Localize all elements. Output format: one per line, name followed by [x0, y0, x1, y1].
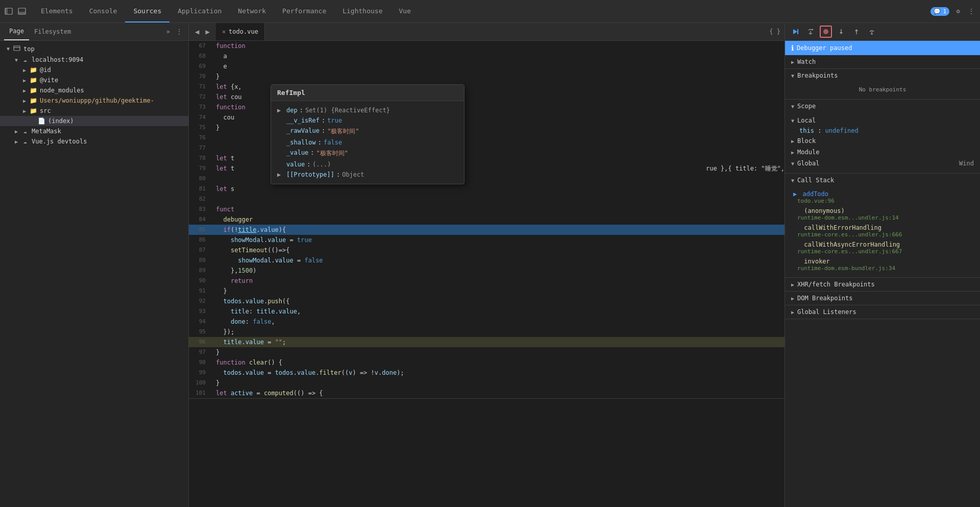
format-icon[interactable]: { }	[769, 28, 780, 35]
tab-lighthouse[interactable]: Lighthouse	[334, 0, 390, 22]
callstack-item-callwith-error[interactable]: callWithErrorHandling runtime-core.es...…	[791, 223, 974, 239]
callstack-fn-addtodo: addTodo	[802, 190, 828, 198]
sidebar-menu-icon[interactable]: ⋮	[174, 28, 184, 35]
dock-bottom-icon[interactable]	[17, 7, 27, 16]
tree-item-metamask[interactable]: ▶ ☁ MetaMask	[0, 126, 188, 136]
settings-icon[interactable]: ⚙	[953, 7, 963, 16]
svg-marker-17	[870, 34, 873, 35]
more-options-icon[interactable]: ⋮	[967, 7, 976, 16]
right-panel-scroll[interactable]: ▶ Watch ▼ Breakpoints No breakpoints ▼ S…	[785, 55, 980, 507]
nav-back-button[interactable]: ◀	[193, 27, 201, 37]
global-listeners-header[interactable]: ▶ Global Listeners	[785, 305, 980, 319]
info-icon: ℹ	[791, 44, 794, 52]
tooltip-expand-dep[interactable]: ▶	[277, 107, 284, 114]
scope-section-header[interactable]: ▼ Scope	[785, 100, 980, 113]
tree-item-localhost[interactable]: ▼ ☁ localhost:9094	[0, 55, 188, 65]
tab-vue[interactable]: Vue	[390, 0, 419, 22]
step-button[interactable]	[866, 26, 878, 38]
deactivate-breakpoints-button[interactable]	[820, 26, 832, 38]
block-scope-header[interactable]: ▶ Block	[791, 135, 974, 147]
tooltip-row-dep[interactable]: ▶ dep : Set(1) {ReactiveEffect}	[277, 105, 458, 115]
feedback-badge[interactable]: 💬 1	[930, 7, 949, 16]
tooltip-row-visref: __v_isRef : true	[277, 115, 458, 126]
callstack-item-addtodo[interactable]: ▶ addTodo todo.vue:96	[791, 189, 974, 206]
breakpoints-section-header[interactable]: ▼ Breakpoints	[785, 69, 980, 82]
tab-console[interactable]: Console	[81, 0, 126, 22]
debugger-paused-banner: ℹ Debugger paused	[785, 41, 980, 55]
callstack-item-callwith-async[interactable]: callWithAsyncErrorHandling runtime-core.…	[791, 239, 974, 256]
tooltip-expand-prototype[interactable]: ▶	[277, 171, 284, 178]
global-arrow-icon: ▼	[791, 161, 794, 166]
svg-rect-6	[797, 29, 798, 34]
sidebar-more-icon[interactable]: »	[164, 28, 172, 35]
horizontal-scrollbar[interactable]	[189, 398, 785, 404]
file-tab-todo[interactable]: ✕ todo.vue	[216, 23, 265, 40]
tab-sources[interactable]: Sources	[125, 0, 169, 22]
resume-button[interactable]	[789, 26, 801, 38]
global-scope-header[interactable]: ▼ Global Wind	[791, 158, 974, 169]
tree-item-top[interactable]: ▼ top	[0, 43, 188, 55]
callstack-section: ▼ Call Stack ▶ addTodo todo.vue:96 (anon…	[785, 174, 980, 278]
local-scope-content: this : undefined	[791, 126, 974, 135]
tree-item-id[interactable]: ▶ 📁 @id	[0, 65, 188, 75]
debugger-paused-text: Debugger paused	[797, 44, 852, 52]
local-scope-header[interactable]: ▼ Local	[791, 115, 974, 126]
sidebar-tab-page[interactable]: Page	[4, 23, 29, 40]
watch-section-header[interactable]: ▶ Watch	[785, 55, 980, 68]
callstack-section-header[interactable]: ▼ Call Stack	[785, 174, 980, 187]
tab-application[interactable]: Application	[169, 0, 230, 22]
tree-item-vite[interactable]: ▶ 📁 @vite	[0, 75, 188, 85]
svg-rect-4	[14, 46, 20, 51]
callstack-content: ▶ addTodo todo.vue:96 (anonymous) runtim…	[785, 187, 980, 277]
tab-performance[interactable]: Performance	[274, 0, 334, 22]
code-line-99: 99 todos.value = todos.value.filter((v) …	[189, 368, 785, 378]
no-breakpoints-text: No breakpoints	[791, 84, 974, 95]
tree-label-localhost: localhost:9094	[32, 56, 83, 63]
callstack-active-icon: ▶	[793, 190, 797, 198]
code-line-85: 85 if(!title.value){	[189, 225, 785, 235]
code-line-93: 93 title: title.value,	[189, 306, 785, 317]
tree-label-vite: @vite	[40, 77, 58, 84]
code-line-82: 82	[189, 194, 785, 204]
code-line-98: 98 function clear() {	[189, 357, 785, 368]
global-scope-label: Global	[797, 160, 819, 167]
nav-forward-button[interactable]: ▶	[203, 27, 211, 37]
dock-left-icon[interactable]	[4, 7, 13, 16]
callstack-loc-invoker: runtime-dom.esm-bundler.js:34	[793, 265, 972, 272]
dom-breakpoints-section: ▶ DOM Breakpoints	[785, 292, 980, 305]
scope-this: this : undefined	[799, 126, 974, 135]
step-into-button[interactable]	[835, 26, 847, 38]
code-editor[interactable]: 67 function 68 a 69 e 70 } 71 let	[189, 41, 785, 507]
code-line-101: 101 let active = computed(() => {	[189, 388, 785, 398]
code-line-94: 94 done: false,	[189, 317, 785, 327]
tree-item-node-modules[interactable]: ▶ 📁 node_modules	[0, 85, 188, 95]
module-scope-header[interactable]: ▶ Module	[791, 147, 974, 158]
code-line-100: 100 }	[189, 378, 785, 388]
callstack-item-invoker[interactable]: invoker runtime-dom.esm-bundler.js:34	[791, 256, 974, 273]
callstack-loc-callwith-error: runtime-core.es...undler.js:666	[793, 231, 972, 238]
tree-label-index: (index)	[48, 117, 74, 125]
tree-item-src[interactable]: ▶ 📁 src	[0, 106, 188, 116]
tab-elements[interactable]: Elements	[33, 0, 81, 22]
tooltip-row-value: _value : "极客时间"	[277, 148, 458, 159]
tree-item-index[interactable]: 📄 (index)	[0, 116, 188, 126]
step-over-button[interactable]	[804, 26, 817, 38]
step-out-button[interactable]	[850, 26, 863, 38]
tree-label-metamask: MetaMask	[32, 128, 61, 135]
tab-network[interactable]: Network	[230, 0, 274, 22]
xhr-breakpoints-header[interactable]: ▶ XHR/fetch Breakpoints	[785, 278, 980, 291]
top-navigation: Elements Console Sources Application Net…	[0, 0, 980, 23]
dom-breakpoints-header[interactable]: ▶ DOM Breakpoints	[785, 292, 980, 305]
code-area: ◀ ▶ ✕ todo.vue { } 67 function 68 a	[189, 23, 785, 507]
callstack-item-anonymous[interactable]: (anonymous) runtime-dom.esm...undler.js:…	[791, 206, 974, 223]
tree-item-vuedevtools[interactable]: ▶ ☁ Vue.js devtools	[0, 136, 188, 147]
tree-label-users: Users/woniuppp/github/geektime-	[40, 97, 154, 104]
tooltip-row-prototype[interactable]: ▶ [[Prototype]] : Object	[277, 170, 458, 180]
tree-item-users[interactable]: ▶ 📁 Users/woniuppp/github/geektime-	[0, 95, 188, 106]
tree-label-top: top	[23, 45, 35, 53]
xhr-arrow-icon: ▶	[791, 282, 794, 287]
sidebar-tab-filesystem[interactable]: Filesystem	[29, 23, 76, 40]
tooltip-title: RefImpl	[271, 85, 464, 101]
editor-tabs: ◀ ▶ ✕ todo.vue { }	[189, 23, 785, 41]
code-line-90: 90 return	[189, 276, 785, 286]
